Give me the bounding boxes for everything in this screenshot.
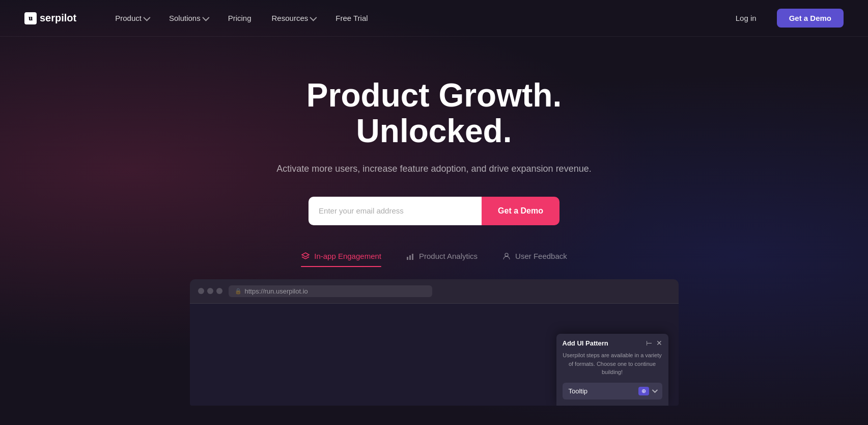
get-demo-button[interactable]: Get a Demo	[482, 197, 559, 225]
popup-select-label: Tooltip	[569, 387, 588, 395]
browser-dot-red	[198, 288, 204, 294]
chevron-down-icon	[310, 14, 317, 21]
hero-section: Product Growth. Unlocked. Activate more …	[0, 37, 868, 425]
svg-rect-0	[407, 257, 408, 260]
close-icon[interactable]: ✕	[656, 339, 662, 347]
logo[interactable]: 𝐮 serpilot	[24, 12, 76, 24]
chevron-down-icon	[652, 387, 657, 393]
hero-subtitle: Activate more users, increase feature ad…	[10, 162, 858, 176]
layers-icon	[301, 252, 310, 261]
browser-dot-yellow	[207, 288, 213, 294]
browser-chrome: 🔒 https://run.userpilot.io	[190, 279, 679, 304]
get-demo-nav-button[interactable]: Get a Demo	[777, 9, 844, 28]
feature-tabs: In-app Engagement Product Analytics	[10, 252, 858, 267]
nav-item-product[interactable]: Product	[107, 10, 157, 26]
hero-title: Product Growth. Unlocked.	[10, 77, 858, 149]
lock-icon: 🔒	[235, 288, 242, 295]
nav-item-pricing[interactable]: Pricing	[220, 10, 260, 26]
ui-pattern-popup: Add UI Pattern ⊢ ✕ Userpilot steps are a…	[556, 334, 668, 406]
tooltip-badge: ⊕	[638, 387, 649, 395]
navbar: 𝐮 serpilot Product Solutions Pricing Res…	[0, 0, 868, 37]
browser-dots	[198, 288, 222, 294]
popup-select-dropdown[interactable]: Tooltip ⊕	[563, 383, 662, 400]
logo-text: serpilot	[40, 12, 76, 24]
nav-item-resources[interactable]: Resources	[264, 10, 324, 26]
browser-url-bar[interactable]: 🔒 https://run.userpilot.io	[229, 285, 432, 297]
tab-product-analytics[interactable]: Product Analytics	[406, 252, 478, 267]
user-icon	[502, 252, 511, 261]
svg-rect-1	[409, 255, 411, 260]
nav-item-freetrial[interactable]: Free Trial	[327, 10, 376, 26]
minimize-button[interactable]: ⊢	[646, 339, 652, 347]
nav-item-solutions[interactable]: Solutions	[161, 10, 216, 26]
browser-preview: 🔒 https://run.userpilot.io Add UI Patter…	[190, 279, 679, 406]
svg-rect-2	[412, 254, 413, 260]
hero-cta: Get a Demo	[10, 197, 858, 225]
chart-icon	[406, 252, 415, 261]
svg-point-3	[505, 253, 508, 256]
chevron-down-icon	[202, 14, 209, 21]
popup-description: Userpilot steps are available in a varie…	[556, 351, 668, 381]
login-button[interactable]: Log in	[727, 10, 765, 26]
email-input[interactable]	[309, 197, 482, 225]
popup-header: Add UI Pattern ⊢ ✕	[556, 334, 668, 351]
browser-dot-green	[216, 288, 222, 294]
nav-right: Log in Get a Demo	[727, 9, 844, 28]
tab-user-feedback[interactable]: User Feedback	[502, 252, 567, 267]
chevron-down-icon	[143, 14, 150, 21]
popup-controls: ⊢ ✕	[646, 339, 662, 347]
logo-icon: 𝐮	[24, 12, 37, 24]
popup-title: Add UI Pattern	[563, 339, 608, 347]
browser-content: Add UI Pattern ⊢ ✕ Userpilot steps are a…	[190, 304, 679, 406]
popup-select-right: ⊕	[638, 387, 656, 395]
tab-inapp-engagement[interactable]: In-app Engagement	[301, 252, 381, 267]
nav-links: Product Solutions Pricing Resources Free…	[107, 10, 727, 26]
